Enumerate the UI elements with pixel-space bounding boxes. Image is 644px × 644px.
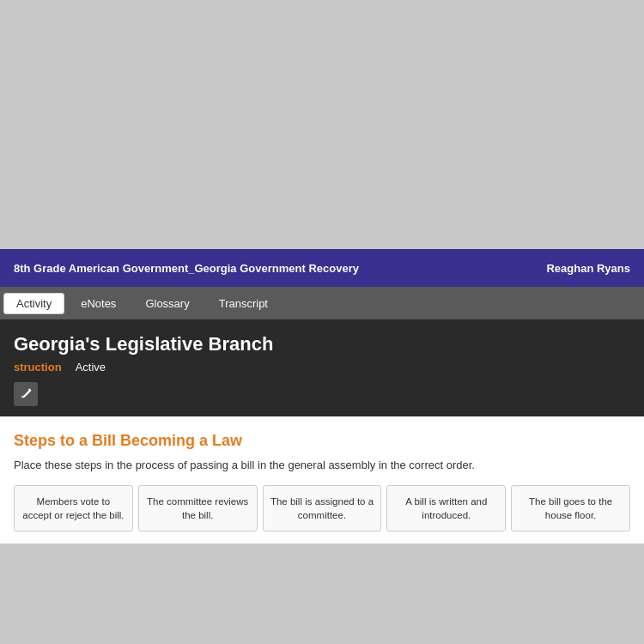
pencil-icon bbox=[19, 387, 33, 401]
content-area: Steps to a Bill Becoming a Law Place the… bbox=[0, 416, 644, 544]
header-title: 8th Grade American Government_Georgia Go… bbox=[14, 262, 359, 275]
bill-step-card-2[interactable]: The committee reviews the bill. bbox=[138, 485, 258, 532]
page-meta-instruction: struction bbox=[14, 361, 62, 374]
edit-button[interactable] bbox=[14, 382, 38, 406]
bill-step-card-1[interactable]: Members vote to accept or reject the bil… bbox=[14, 485, 133, 532]
page-meta-status: Active bbox=[76, 361, 106, 374]
bill-step-card-5[interactable]: The bill goes to the house floor. bbox=[511, 485, 630, 532]
page-title-area: Georgia's Legislative Branch struction A… bbox=[0, 319, 644, 374]
tab-bar: Activity eNotes Glossary Transcript bbox=[0, 287, 644, 319]
header-bar: 8th Grade American Government_Georgia Go… bbox=[0, 249, 644, 287]
bill-step-card-3[interactable]: The bill is assigned to a committee. bbox=[263, 485, 382, 532]
content-heading: Steps to a Bill Becoming a Law bbox=[14, 432, 630, 450]
top-gray-area bbox=[0, 0, 644, 249]
tab-activity[interactable]: Activity bbox=[3, 293, 64, 314]
content-instruction: Place these steps in the process of pass… bbox=[14, 459, 630, 471]
page-title: Georgia's Legislative Branch bbox=[14, 333, 630, 355]
bill-step-card-4[interactable]: A bill is written and introduced. bbox=[386, 485, 506, 532]
edit-icon-area bbox=[0, 374, 644, 416]
page-meta: struction Active bbox=[14, 361, 630, 374]
tab-glossary[interactable]: Glossary bbox=[132, 293, 202, 314]
tab-transcript[interactable]: Transcript bbox=[206, 293, 281, 314]
tab-enotes[interactable]: eNotes bbox=[68, 293, 129, 314]
header-user: Reaghan Ryans bbox=[546, 262, 630, 275]
cards-row: Members vote to accept or reject the bil… bbox=[14, 485, 630, 532]
